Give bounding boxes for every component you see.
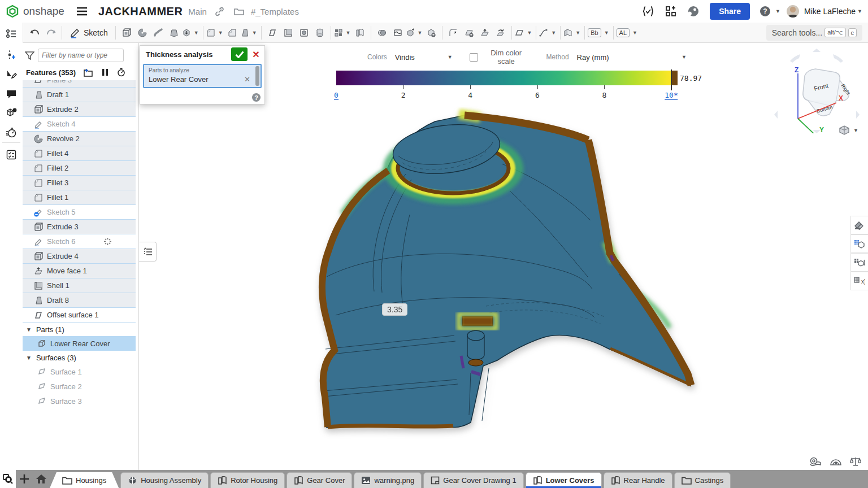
feature-row[interactable]: Sketch 6 [23,234,136,249]
feature-tree-icon[interactable] [3,26,19,42]
tab-gear-cover-drawing-1[interactable]: Gear Cover Drawing 1 [423,472,523,488]
fillet-tool[interactable]: ▼ [206,25,224,41]
featurescript-icon[interactable] [640,3,657,20]
shell-tool[interactable] [280,25,296,41]
surfaces-section-header[interactable]: ▼Surfaces (3) [23,351,136,364]
tool-caret-icon[interactable]: ▼ [346,30,351,36]
delete-part-tool[interactable] [423,25,439,41]
dialog-cancel-button[interactable]: ✕ [251,49,261,60]
model-3d-view[interactable] [294,107,701,441]
feature-row[interactable]: Fillet 2 [23,161,136,176]
surface-row[interactable]: Surface 3 [23,394,136,408]
text-tool-tool[interactable]: Bb▼ [588,25,610,41]
model-questions-icon[interactable]: ? [3,105,19,121]
feature-row[interactable]: Revolve 2 [23,132,136,146]
gradient-tick-label[interactable]: 0 [334,91,338,100]
learning-center-icon[interactable] [685,3,702,20]
tool-caret-icon[interactable]: ▼ [575,30,580,36]
filter-icon[interactable] [25,51,34,60]
performance-timer-icon[interactable] [3,125,19,141]
parts-to-analyze-box[interactable]: Parts to analyze Lower Rear Cover ✕ [143,64,262,88]
tool-caret-icon[interactable]: ▼ [551,30,556,36]
boolean-tool[interactable] [374,25,390,41]
tool-caret-icon[interactable]: ▼ [604,30,609,36]
tool-caret-icon[interactable]: ▼ [194,30,199,36]
parts-section-header[interactable]: ▼Parts (1) [23,323,136,336]
undo-button[interactable] [27,25,43,41]
feature-row[interactable]: Move face 1 [23,264,136,278]
mass-properties-icon[interactable] [850,456,861,467]
edit-annotations-icon[interactable] [3,67,19,82]
modify-fillet-tool[interactable] [445,25,461,41]
extrude-tool[interactable] [119,25,134,41]
redo-button[interactable] [43,25,59,41]
tool-caret-icon[interactable]: ▼ [632,30,637,36]
help-icon[interactable]: ? [757,3,774,20]
link-icon[interactable] [211,3,228,20]
part-row[interactable]: Lower Rear Cover [23,336,136,351]
draft-tool[interactable]: ▼ [240,25,258,41]
avatar[interactable] [786,5,800,18]
linear-pattern-tool[interactable]: ▼ [334,25,352,41]
feature-row[interactable]: Fillet 4 [23,146,136,161]
feature-list-flyout-toggle[interactable] [139,242,157,262]
add-tab-button[interactable] [16,470,33,488]
tab-warning-png[interactable]: warning.png [354,472,422,488]
regen-timer-icon[interactable] [116,68,125,77]
display-states-panel-icon[interactable] [850,253,868,272]
feature-row[interactable]: Sketch 5 [23,205,136,220]
view-cube[interactable]: Front Right Bottom Z X Y [773,49,861,133]
thread-tool[interactable] [312,25,328,41]
split-tool[interactable] [390,25,406,41]
transform-tool[interactable]: ▼ [406,25,424,41]
tab-castings[interactable]: Castings [674,472,731,488]
tab-housing-assembly[interactable]: Housing Assembly [120,472,209,488]
tool-caret-icon[interactable]: ▼ [418,30,423,36]
help-caret-icon[interactable]: ▼ [775,8,780,14]
share-button[interactable]: Share [710,3,750,20]
frame-tool-tool[interactable]: AL▼ [617,25,639,41]
mirror-tool[interactable] [352,25,368,41]
named-views-panel-icon[interactable] [850,234,868,253]
custom-tables-icon[interactable] [3,147,19,163]
variable-studio-icon[interactable] [3,47,19,63]
hamburger-menu-icon[interactable] [73,3,90,20]
feature-row[interactable]: Draft 1 [23,88,136,102]
chevron-down-icon[interactable]: ▼ [26,355,32,361]
tab-rotor-housing[interactable]: Rotor Housing [210,472,285,488]
feature-row[interactable]: Extrude 3 [23,220,136,234]
feature-row[interactable]: Fillet 3 [23,176,136,190]
move-face-tool[interactable] [477,25,493,41]
chamfer-tool[interactable] [224,25,240,41]
curve-tool[interactable]: ▼ [539,25,557,41]
app-store-icon[interactable] [662,3,679,20]
tab-search-button[interactable] [0,470,16,488]
protractor-icon[interactable] [830,456,842,467]
onshape-logo-icon[interactable] [6,5,19,18]
feature-row[interactable]: Plane 3 [23,80,136,88]
feature-row[interactable]: Extrude 4 [23,249,136,264]
dialog-confirm-button[interactable] [231,47,248,61]
remove-part-icon[interactable]: ✕ [244,75,250,84]
gradient-tick-label[interactable]: 10* [665,91,678,100]
tab-gear-cover[interactable]: Gear Cover [287,472,352,488]
dim-color-scale-checkbox[interactable]: Dim color scale [470,49,531,66]
appearance-panel-icon[interactable] [850,216,868,234]
colors-dropdown[interactable]: Viridis ▼ [395,53,453,62]
comments-icon[interactable] [3,86,19,102]
breadcrumb[interactable]: #_Templates [251,7,299,16]
feature-row[interactable]: Extrude 2 [23,102,136,117]
chevron-down-icon[interactable]: ▼ [26,326,32,333]
tool-caret-icon[interactable]: ▼ [527,30,532,36]
measure-tape-icon[interactable] [809,456,822,467]
configurations-panel-icon[interactable]: x) [850,272,868,290]
new-folder-icon[interactable] [84,68,94,77]
surface-row[interactable]: Surface 1 [23,364,136,379]
suppress-pause-icon[interactable] [102,68,108,76]
method-dropdown[interactable]: Ray (mm) ▼ [577,53,687,62]
tab-lower-covers[interactable]: Lower Covers [526,472,602,488]
feature-row[interactable]: Sketch 4 [23,117,136,132]
feature-row[interactable]: Offset surface 1 [23,308,136,323]
view-options-button[interactable]: ▼ [839,125,858,136]
sketch-tool[interactable]: Sketch [65,25,112,41]
